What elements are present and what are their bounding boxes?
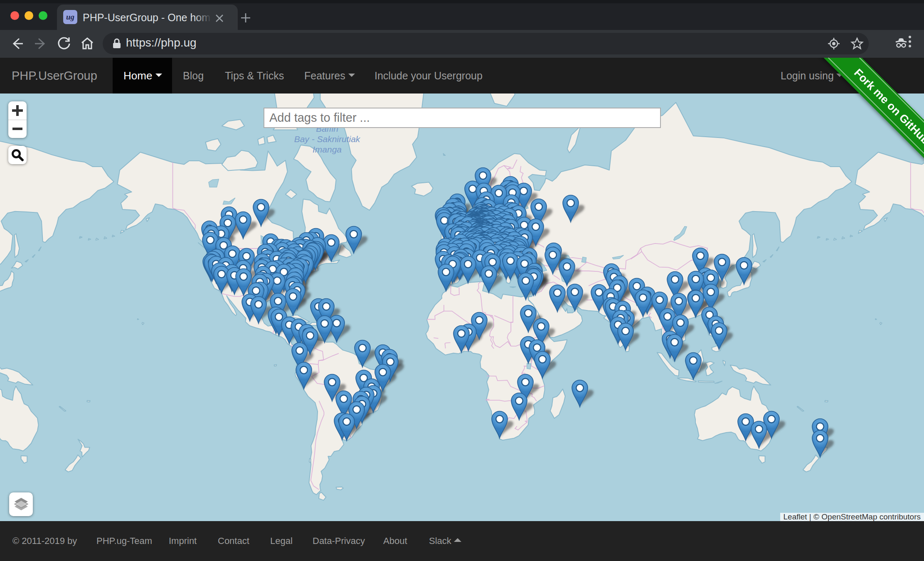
svg-text:Imanga: Imanga bbox=[313, 145, 342, 154]
svg-text:Bay - Saknirutiak: Bay - Saknirutiak bbox=[294, 134, 361, 144]
